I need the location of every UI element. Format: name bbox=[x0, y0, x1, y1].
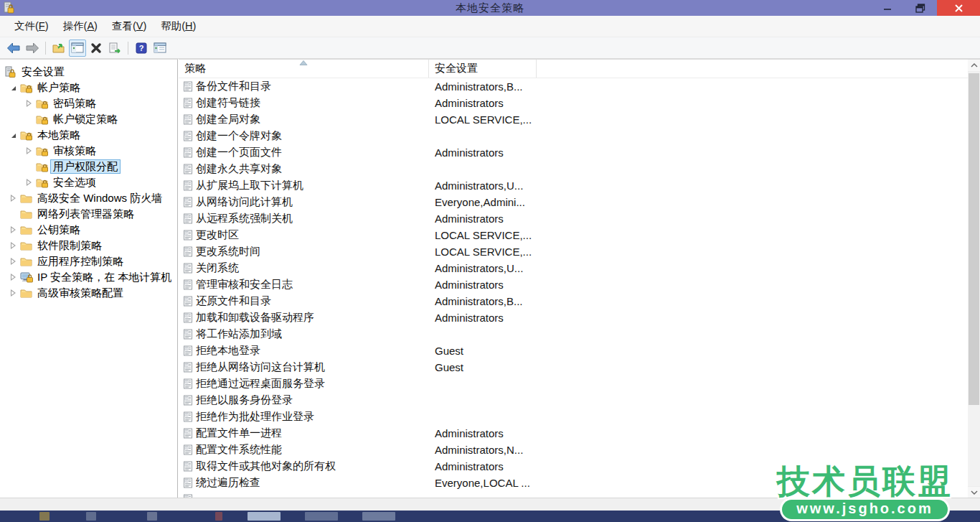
table-row[interactable]: 拒绝从网络访问这台计算机Guest bbox=[179, 359, 968, 376]
tree-item-label: 高级审核策略配置 bbox=[34, 286, 126, 300]
tree-item[interactable]: 安全设置 bbox=[0, 64, 177, 80]
tree-item[interactable]: 公钥策略 bbox=[0, 222, 177, 238]
expand-icon[interactable] bbox=[22, 177, 36, 188]
menu-item-a[interactable]: 操作(A) bbox=[56, 17, 105, 36]
policy-doc-icon bbox=[183, 428, 196, 439]
window-title: 本地安全策略 bbox=[0, 1, 980, 15]
table-row[interactable]: 拒绝本地登录Guest bbox=[179, 342, 968, 359]
export-folder-button[interactable] bbox=[50, 39, 67, 57]
table-row[interactable]: 创建符号链接Administrators bbox=[179, 95, 968, 111]
expand-icon[interactable] bbox=[6, 271, 20, 283]
twisty-spacer bbox=[22, 113, 36, 125]
policy-doc-icon bbox=[183, 362, 196, 373]
tree-item-label: 应用程序控制策略 bbox=[34, 254, 126, 269]
tree-item[interactable]: 用户权限分配 bbox=[0, 159, 177, 174]
table-row[interactable]: 从网络访问此计算机Everyone,Admini... bbox=[179, 194, 968, 210]
policy-doc-icon bbox=[183, 180, 196, 191]
table-row[interactable]: 绕过遍历检查Everyone,LOCAL ... bbox=[179, 475, 968, 491]
show-properties-button[interactable] bbox=[151, 39, 169, 57]
help-button[interactable]: ? bbox=[133, 39, 150, 57]
show-console-tree-button[interactable] bbox=[69, 39, 86, 57]
tree-item[interactable]: 高级审核策略配置 bbox=[0, 285, 177, 301]
show-console-tree-icon bbox=[71, 42, 84, 53]
menu-item-h[interactable]: 帮助(H) bbox=[154, 17, 203, 36]
vertical-scrollbar[interactable] bbox=[968, 60, 980, 498]
table-row[interactable]: 备份文件和目录Administrators,B... bbox=[179, 78, 968, 95]
expand-icon[interactable] bbox=[6, 287, 20, 299]
table-row[interactable]: 配置文件单一进程Administrators bbox=[179, 425, 968, 442]
policy-name: 备份文件和目录 bbox=[196, 80, 429, 93]
tree-item[interactable]: 网络列表管理器策略 bbox=[0, 206, 177, 222]
restore-button[interactable] bbox=[904, 0, 937, 16]
policy-doc-icon bbox=[183, 81, 196, 92]
table-row[interactable]: 拒绝以服务身份登录 bbox=[179, 392, 968, 409]
tree-item[interactable]: 帐户策略 bbox=[0, 80, 177, 95]
table-row[interactable]: 从扩展坞上取下计算机Administrators,U... bbox=[179, 177, 968, 194]
tree-item[interactable]: 应用程序控制策略 bbox=[0, 253, 177, 269]
column-header-setting[interactable]: 安全设置 bbox=[429, 60, 537, 78]
close-button[interactable] bbox=[937, 0, 980, 16]
table-row[interactable]: 创建一个令牌对象 bbox=[179, 128, 968, 144]
back-button[interactable] bbox=[5, 39, 22, 57]
tree-item[interactable]: 软件限制策略 bbox=[0, 238, 177, 253]
expand-icon[interactable] bbox=[22, 98, 36, 109]
export-folder-icon bbox=[52, 42, 65, 54]
table-row[interactable]: 更改系统时间LOCAL SERVICE,... bbox=[179, 243, 968, 260]
policy-name: 创建一个页面文件 bbox=[196, 146, 429, 159]
menu-item-f[interactable]: 文件(F) bbox=[7, 17, 56, 36]
table-row[interactable]: 将工作站添加到域 bbox=[179, 326, 968, 342]
table-row[interactable]: 创建一个页面文件Administrators bbox=[179, 144, 968, 161]
table-row[interactable]: 取得文件或其他对象的所有权Administrators bbox=[179, 458, 968, 475]
expand-icon[interactable] bbox=[22, 145, 36, 157]
export-list-button[interactable] bbox=[106, 39, 123, 57]
table-row[interactable]: 关闭系统Administrators,U... bbox=[179, 260, 968, 276]
table-row[interactable]: 配置文件系统性能Administrators,N... bbox=[179, 442, 968, 458]
policy-name: 拒绝本地登录 bbox=[196, 344, 429, 358]
folder-icon bbox=[20, 287, 34, 299]
minimize-button[interactable] bbox=[871, 0, 904, 16]
help-icon: ? bbox=[136, 42, 147, 54]
taskbar[interactable] bbox=[0, 511, 980, 522]
table-row[interactable]: 管理审核和安全日志Administrators bbox=[179, 276, 968, 293]
table-row[interactable]: 拒绝作为批处理作业登录 bbox=[179, 409, 968, 425]
expand-icon[interactable] bbox=[6, 240, 20, 251]
table-row-clipped[interactable] bbox=[179, 491, 968, 498]
list-rows: 备份文件和目录Administrators,B...创建符号链接Administ… bbox=[179, 78, 968, 498]
tree-item[interactable]: 安全选项 bbox=[0, 174, 177, 190]
table-row[interactable]: 创建全局对象LOCAL SERVICE,... bbox=[179, 111, 968, 128]
policy-doc-icon bbox=[183, 395, 196, 406]
forward-icon bbox=[25, 42, 39, 54]
scrollbar-thumb[interactable] bbox=[969, 73, 979, 405]
tree-item-label: 审核策略 bbox=[50, 144, 99, 158]
tree-item[interactable]: 高级安全 Windows 防火墙 bbox=[0, 190, 177, 206]
collapse-icon[interactable] bbox=[6, 129, 20, 141]
collapse-icon[interactable] bbox=[6, 82, 20, 93]
table-row[interactable]: 还原文件和目录Administrators,B... bbox=[179, 293, 968, 309]
twisty-spacer bbox=[22, 161, 36, 172]
status-bar bbox=[0, 498, 980, 511]
table-row[interactable]: 拒绝通过远程桌面服务登录 bbox=[179, 376, 968, 392]
expand-icon[interactable] bbox=[6, 256, 20, 267]
tree-item[interactable]: 审核策略 bbox=[0, 143, 177, 159]
expand-icon[interactable] bbox=[6, 192, 20, 204]
scroll-down-icon[interactable] bbox=[968, 486, 980, 498]
table-row[interactable]: 加载和卸载设备驱动程序Administrators bbox=[179, 309, 968, 326]
forward-button[interactable] bbox=[24, 39, 41, 57]
security-setting: Administrators bbox=[429, 97, 504, 109]
tree-item[interactable]: 帐户锁定策略 bbox=[0, 111, 177, 127]
delete-button[interactable] bbox=[88, 39, 105, 57]
policy-name: 从网络访问此计算机 bbox=[196, 195, 429, 209]
tree-item[interactable]: IP 安全策略，在 本地计算机 bbox=[0, 269, 177, 285]
tree-item[interactable]: 本地策略 bbox=[0, 127, 177, 143]
tree-item[interactable]: 密码策略 bbox=[0, 95, 177, 111]
expand-icon[interactable] bbox=[6, 224, 20, 236]
table-row[interactable]: 创建永久共享对象 bbox=[179, 161, 968, 177]
folder-lock-icon bbox=[20, 129, 34, 141]
table-row[interactable]: 从远程系统强制关机Administrators bbox=[179, 210, 968, 227]
table-row[interactable]: 更改时区LOCAL SERVICE,... bbox=[179, 227, 968, 243]
menu-item-v[interactable]: 查看(V) bbox=[105, 17, 154, 36]
policy-list: 策略 安全设置 备份文件和目录Administrators,B...创建符号链接… bbox=[179, 59, 980, 498]
column-header-policy[interactable]: 策略 bbox=[179, 60, 429, 78]
security-setting: Administrators bbox=[429, 427, 504, 439]
scroll-up-icon[interactable] bbox=[968, 60, 980, 72]
